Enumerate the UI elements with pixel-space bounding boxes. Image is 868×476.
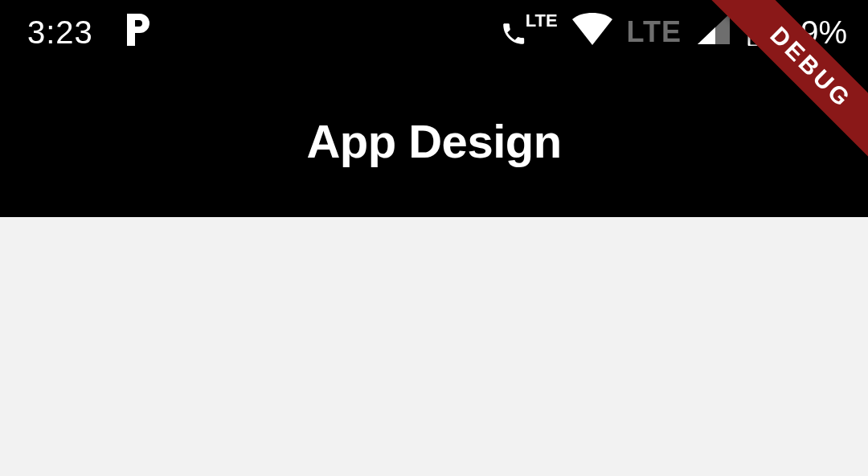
page-title: App Design xyxy=(306,114,561,168)
android-p-icon xyxy=(125,14,149,51)
wifi-icon xyxy=(572,13,612,52)
phone-lte-icon: LTE xyxy=(500,10,558,55)
app-bar: App Design xyxy=(0,64,868,217)
main-content xyxy=(0,217,868,476)
phone-icon xyxy=(500,18,527,55)
lte-label-2: LTE xyxy=(627,15,682,49)
status-time: 3:23 xyxy=(27,14,93,51)
status-bar-left: 3:23 xyxy=(27,14,149,51)
cellular-signal-icon xyxy=(698,14,730,51)
lte-label-1: LTE xyxy=(526,10,558,31)
